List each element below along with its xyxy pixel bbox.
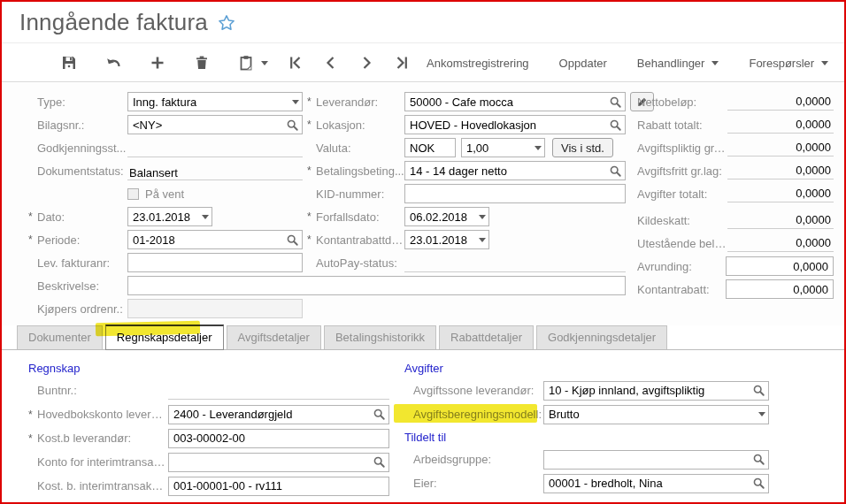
eier-lookup[interactable] — [543, 474, 769, 493]
regnskap-section: Regnskap Buntnr.: * Hovedbokskonto lever… — [28, 357, 400, 498]
hovedbokskonto-input[interactable] — [172, 407, 373, 423]
avgifter-section-header[interactable]: Avgifter — [404, 357, 772, 378]
vis-i-std-button[interactable]: Vis i std. — [552, 138, 613, 157]
hovedbokskonto-lookup[interactable] — [168, 405, 389, 424]
first-record-button[interactable] — [285, 51, 306, 74]
magnifier-icon[interactable] — [752, 453, 765, 466]
lokasjon-input[interactable] — [408, 117, 609, 133]
konto-interim-lookup[interactable] — [168, 453, 389, 472]
kjopers-ordrenr-field — [127, 299, 303, 318]
kostb-leverandor-field[interactable] — [168, 429, 389, 448]
chevron-down-icon — [711, 61, 719, 65]
betalingsbetingelser-input[interactable] — [408, 163, 609, 179]
tab-regnskapsdetaljer[interactable]: Regnskapsdetaljer — [105, 325, 224, 350]
tab-dokumenter[interactable]: Dokumenter — [17, 325, 103, 349]
periode-input[interactable] — [131, 232, 286, 248]
total-kildeskatt: Kildeskatt:0,0000 — [637, 209, 834, 232]
arbeidsgruppe-input[interactable] — [547, 452, 752, 468]
lev-fakturanr-input[interactable] — [131, 255, 299, 271]
kostb-interim-input[interactable] — [172, 478, 386, 494]
save-button[interactable] — [58, 51, 80, 74]
foresporsler-menu-button[interactable]: Forespørsler — [747, 57, 830, 70]
first-record-icon — [288, 55, 304, 71]
avgiftssone-input[interactable] — [547, 383, 752, 399]
field-konto-interim: Konto for interimtransaksj... — [28, 450, 400, 474]
kostb-leverandor-input[interactable] — [172, 431, 386, 447]
avgiftsberegningsmodell-select[interactable]: Brutto — [543, 405, 769, 424]
paste-menu-caret[interactable] — [258, 51, 271, 74]
field-hovedbokskonto: * Hovedbokskonto leveran... — [28, 402, 400, 426]
delete-button[interactable] — [191, 51, 212, 74]
regnskap-section-header[interactable]: Regnskap — [28, 357, 400, 378]
avrunding-input[interactable] — [729, 258, 830, 274]
tildelt-til-section-header[interactable]: Tildelt til — [404, 426, 772, 447]
kid-nummer-field[interactable] — [404, 184, 626, 203]
ankomstregistrering-button[interactable]: Ankomstregistrering — [425, 57, 531, 70]
pa-vent-checkbox[interactable] — [127, 188, 139, 200]
add-button[interactable] — [147, 51, 168, 74]
tab-strip: Dokumenter Regnskapsdetaljer Avgiftsdeta… — [2, 325, 844, 350]
summary-column-totals: Nettobeløp:0,0000 Rabatt totalt:0,0000 A… — [637, 90, 834, 301]
kid-nummer-input[interactable] — [408, 186, 622, 202]
arbeidsgruppe-lookup[interactable] — [543, 450, 769, 470]
magnifier-icon[interactable] — [286, 233, 299, 247]
eier-input[interactable] — [547, 476, 752, 492]
oppdater-button[interactable]: Oppdater — [558, 57, 609, 70]
beskrivelse-input[interactable] — [131, 278, 622, 294]
magnifier-icon[interactable] — [373, 408, 386, 421]
kostb-interim-field[interactable] — [168, 477, 389, 496]
field-kontantrabattdato: * Kontantrabattdato: 23.01.2018 — [307, 228, 634, 251]
favorite-star-icon[interactable] — [217, 13, 236, 33]
kontantrabatt-input[interactable] — [729, 281, 830, 297]
field-arbeidsgruppe: Arbeidsgruppe: — [404, 447, 772, 471]
avrunding-field[interactable] — [726, 256, 834, 276]
next-record-button[interactable] — [356, 51, 377, 74]
field-leverandor: * Leverandør: — [307, 90, 634, 113]
kontantrabattdato-datepicker[interactable]: 23.01.2018 — [404, 230, 489, 249]
nettobelop-value: 0,0000 — [727, 93, 834, 111]
magnifier-icon[interactable] — [609, 164, 622, 178]
clipboard-icon — [238, 55, 254, 71]
konto-interim-input[interactable] — [172, 454, 373, 470]
total-avgiftsfritt: Avgiftsfritt gr.lag:0,0000 — [637, 159, 834, 182]
magnifier-icon[interactable] — [609, 95, 622, 109]
lokasjon-lookup[interactable] — [404, 115, 626, 134]
last-record-button[interactable] — [391, 51, 412, 74]
last-record-icon — [394, 55, 410, 71]
magnifier-icon[interactable] — [373, 455, 386, 469]
magnifier-icon[interactable] — [752, 477, 765, 490]
tab-avgiftsdetaljer[interactable]: Avgiftsdetaljer — [227, 325, 321, 349]
chevron-down-icon — [479, 215, 486, 219]
leverandor-lookup[interactable] — [404, 92, 626, 111]
beskrivelse-field[interactable] — [127, 276, 626, 295]
invoice-summary-panel: Type: Inng. faktura Bilagsnr.: Godkjenni… — [2, 83, 844, 325]
paste-button[interactable] — [235, 51, 257, 74]
bilagsnr-lookup[interactable] — [127, 115, 303, 134]
forfallsdato-datepicker[interactable]: 06.02.2018 — [404, 207, 489, 226]
delete-icon — [194, 55, 210, 71]
field-autopay-status: AutoPay-status: — [307, 251, 634, 274]
kontantrabatt-field[interactable] — [726, 279, 834, 299]
chevron-down-icon — [821, 61, 828, 65]
type-select[interactable]: Inng. faktura — [127, 92, 303, 111]
valuta-code-field[interactable]: NOK — [404, 138, 456, 157]
avgiftssone-lookup[interactable] — [543, 381, 769, 401]
lev-fakturanr-field[interactable] — [127, 253, 303, 272]
magnifier-icon[interactable] — [609, 118, 622, 132]
tab-rabattdetaljer[interactable]: Rabattdetaljer — [439, 325, 534, 349]
dato-datepicker[interactable]: 23.01.2018 — [127, 207, 212, 226]
undo-button[interactable] — [103, 51, 124, 74]
magnifier-icon[interactable] — [286, 118, 299, 132]
previous-record-button[interactable] — [320, 51, 342, 74]
main-toolbar: Ankomstregistrering Oppdater Behandlinge… — [2, 44, 844, 82]
bilagsnr-input[interactable] — [131, 117, 286, 133]
valuta-rate-select[interactable]: 1,00 — [461, 138, 545, 157]
field-buntnr: Buntnr.: — [28, 378, 400, 402]
tab-betalingshistorikk[interactable]: Betalingshistorikk — [324, 325, 436, 349]
betalingsbetingelser-lookup[interactable] — [404, 161, 626, 180]
leverandor-input[interactable] — [408, 94, 609, 110]
magnifier-icon[interactable] — [752, 384, 765, 397]
tab-godkjenningsdetaljer[interactable]: Godkjenningsdetaljer — [536, 325, 667, 349]
periode-lookup[interactable] — [127, 230, 303, 249]
behandlinger-menu-button[interactable]: Behandlinger — [635, 57, 721, 70]
